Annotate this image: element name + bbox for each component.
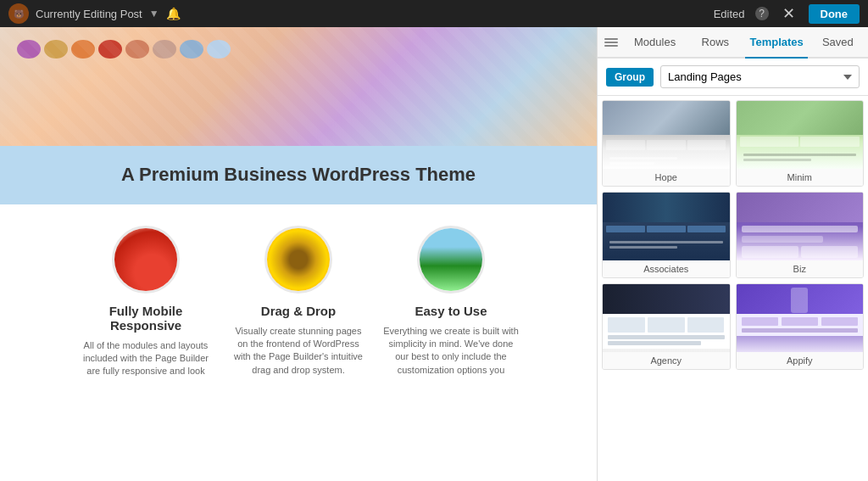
top-bar: 🐻 Currently Editing Post ▼ 🔔 Edited ? ✕ …	[0, 0, 868, 27]
template-thumb-agency	[603, 284, 730, 352]
biz-content	[737, 222, 864, 260]
template-thumb-associates	[603, 193, 730, 260]
features-grid: Fully Mobile Responsive All of the modul…	[17, 226, 580, 378]
tab-hamburger[interactable]	[598, 27, 625, 57]
template-associates[interactable]: Associates	[602, 192, 731, 278]
hamburger-line-1	[604, 38, 618, 40]
template-appify[interactable]: Appify	[736, 283, 865, 370]
appify-hero	[737, 284, 864, 314]
template-name-hope: Hope	[603, 169, 730, 186]
top-bar-right: Edited ? ✕ Done	[714, 4, 860, 24]
hope-hero	[603, 101, 730, 135]
feature-image-sunflower	[264, 226, 332, 294]
chevron-down-icon[interactable]: ▼	[149, 8, 159, 20]
agency-content	[603, 314, 730, 349]
page-title: Currently Editing Post	[36, 8, 142, 20]
done-button[interactable]: Done	[809, 4, 860, 24]
group-label: Group	[606, 68, 654, 87]
feature-image-grass	[417, 226, 485, 294]
hamburger-line-3	[604, 45, 618, 47]
hope-grid	[603, 138, 730, 152]
hero-image	[0, 27, 597, 146]
associates-grid	[603, 222, 730, 236]
template-name-minim: Minim	[737, 169, 864, 186]
template-name-agency: Agency	[603, 352, 730, 369]
associates-hero	[603, 193, 730, 222]
biz-hero	[737, 193, 864, 222]
hope-cell-1	[606, 140, 645, 150]
minim-cell-2	[800, 137, 860, 147]
associates-lines	[603, 236, 730, 256]
feature-item-responsive: Fully Mobile Responsive All of the modul…	[78, 226, 214, 378]
minim-cell-1	[740, 137, 799, 147]
hope-lines	[603, 152, 730, 169]
appify-content	[737, 314, 864, 336]
feature-title-1: Fully Mobile Responsive	[78, 304, 214, 333]
help-icon[interactable]: ?	[755, 7, 769, 20]
features-section: Fully Mobile Responsive All of the modul…	[0, 204, 597, 417]
template-biz[interactable]: Biz	[736, 192, 865, 278]
template-minim[interactable]: Minim	[736, 100, 865, 187]
associates-cell-3	[687, 226, 726, 232]
main-layout: A Premium Business WordPress Theme Fully…	[0, 27, 868, 481]
template-agency[interactable]: Agency	[602, 283, 731, 370]
templates-row-2: Associates Biz	[602, 192, 864, 278]
hope-cell-2	[647, 140, 686, 150]
tab-saved[interactable]: Saved	[808, 27, 868, 59]
templates-row-3: Agency	[602, 283, 864, 370]
feature-item-dragdrop: Drag & Drop Visually create stunning pag…	[231, 226, 366, 378]
canvas-content: A Premium Business WordPress Theme Fully…	[0, 27, 597, 481]
template-hope[interactable]: Hope	[602, 100, 731, 187]
minim-grid	[737, 135, 864, 148]
templates-row-1: Hope Minim	[602, 100, 864, 187]
page-canvas: A Premium Business WordPress Theme Fully…	[0, 27, 597, 481]
panel-tabs: Modules Rows Templates Saved	[598, 27, 868, 59]
minim-lines	[737, 148, 864, 169]
feature-title-2: Drag & Drop	[231, 304, 366, 318]
template-thumb-hope	[603, 101, 730, 169]
template-thumb-appify	[737, 284, 864, 352]
edited-status: Edited	[714, 8, 745, 20]
tab-modules[interactable]: Modules	[625, 27, 685, 59]
feature-image-strawberry	[112, 226, 180, 294]
template-thumb-minim	[737, 101, 864, 169]
associates-cell-2	[647, 226, 686, 232]
agency-hero	[603, 284, 730, 314]
logo-icon: 🐻	[8, 3, 29, 24]
hope-cell-3	[687, 140, 726, 150]
templates-grid: Hope Minim	[598, 96, 868, 481]
hero-title: A Premium Business WordPress Theme	[25, 163, 571, 187]
associates-cell-1	[606, 226, 645, 232]
right-panel: Modules Rows Templates Saved Group Landi…	[597, 27, 868, 481]
feature-title-3: Easy to Use	[383, 304, 519, 318]
template-name-appify: Appify	[737, 352, 864, 369]
template-name-biz: Biz	[737, 260, 864, 277]
tab-rows[interactable]: Rows	[685, 27, 745, 59]
hero-text-section: A Premium Business WordPress Theme	[0, 146, 597, 204]
feature-desc-2: Visually create stunning pages on the fr…	[231, 325, 366, 378]
close-button[interactable]: ✕	[779, 4, 798, 23]
template-thumb-biz	[737, 193, 864, 260]
tab-templates[interactable]: Templates	[745, 27, 807, 59]
group-select[interactable]: Landing Pages Agency Business Creative	[660, 65, 860, 88]
template-name-associates: Associates	[603, 260, 730, 277]
feature-item-easy: Easy to Use Everything we create is buil…	[383, 226, 519, 378]
minim-hero	[737, 101, 864, 135]
bell-icon[interactable]: 🔔	[166, 7, 181, 20]
top-bar-left: 🐻 Currently Editing Post ▼ 🔔	[8, 3, 181, 24]
feature-desc-3: Everything we create is built with simpl…	[383, 325, 519, 378]
group-row: Group Landing Pages Agency Business Crea…	[598, 59, 868, 96]
hamburger-line-2	[604, 42, 618, 43]
feature-desc-1: All of the modules and layouts included …	[78, 339, 214, 378]
